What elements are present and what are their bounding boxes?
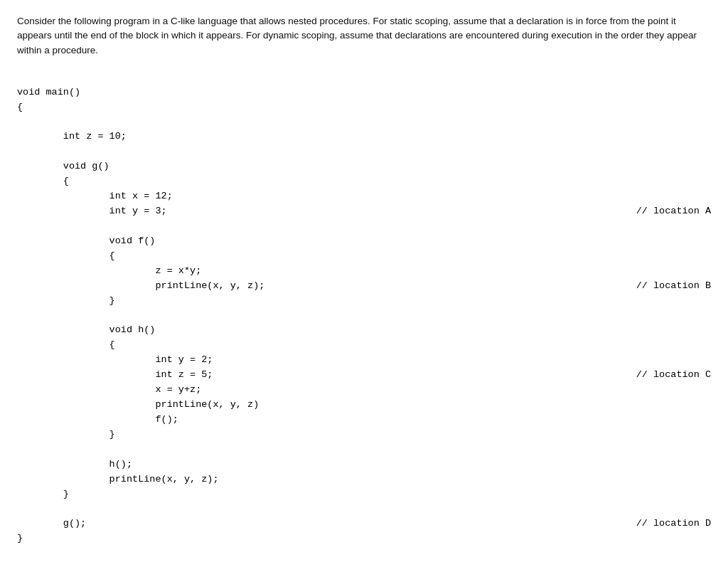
- code-line: void f(): [17, 234, 711, 249]
- code-text: printLine(x, y, z);: [17, 279, 264, 294]
- code-block: void main(){ int z = 10; void g() { int …: [17, 70, 711, 547]
- code-text: [17, 443, 109, 457]
- code-line: z = x*y;: [17, 264, 711, 279]
- code-text: {: [17, 338, 115, 353]
- code-line: [17, 502, 711, 517]
- code-line: int z = 5;// location C: [17, 368, 711, 383]
- code-text: g();: [17, 517, 86, 531]
- code-text: [17, 309, 109, 324]
- code-line: }: [17, 487, 711, 502]
- code-line: f();: [17, 413, 711, 428]
- code-line: [17, 115, 711, 130]
- code-line: void g(): [17, 159, 711, 174]
- code-line: void main(): [17, 85, 711, 100]
- code-text: int y = 2;: [17, 353, 213, 368]
- code-text: [17, 502, 63, 517]
- code-line: [17, 144, 711, 159]
- code-text: {: [17, 174, 69, 189]
- code-line: [17, 443, 711, 457]
- code-text: int z = 5;: [17, 368, 213, 383]
- code-line: [17, 309, 711, 324]
- code-text: [17, 115, 63, 130]
- code-line: {: [17, 249, 711, 264]
- code-text: printLine(x, y, z): [17, 398, 259, 413]
- code-line: void h(): [17, 323, 711, 338]
- code-text: }: [17, 428, 115, 443]
- code-line: g();// location D: [17, 517, 711, 531]
- code-line: {: [17, 174, 711, 189]
- code-line: {: [17, 100, 711, 115]
- code-line: printLine(x, y, z);// location B: [17, 279, 711, 294]
- code-line: }: [17, 531, 711, 546]
- code-text: [17, 219, 109, 234]
- code-comment: // location A: [636, 204, 711, 219]
- code-line: }: [17, 428, 711, 443]
- code-text: f();: [17, 413, 178, 428]
- code-text: printLine(x, y, z);: [17, 472, 219, 487]
- code-text: }: [17, 294, 115, 309]
- code-line: [17, 219, 711, 234]
- code-text: int z = 10;: [17, 129, 127, 144]
- code-text: int y = 3;: [17, 204, 167, 219]
- code-text: void main(): [17, 85, 80, 100]
- code-comment: // location C: [636, 368, 711, 383]
- code-comment: // location B: [636, 279, 711, 294]
- description-text: Consider the following program in a C-li…: [17, 14, 711, 58]
- code-text: void g(): [17, 159, 109, 174]
- code-line: int x = 12;: [17, 189, 711, 204]
- code-line: printLine(x, y, z): [17, 398, 711, 413]
- code-text: {: [17, 249, 115, 264]
- code-text: int x = 12;: [17, 189, 173, 204]
- code-line: int y = 3;// location A: [17, 204, 711, 219]
- code-text: void h(): [17, 323, 155, 338]
- code-line: int z = 10;: [17, 129, 711, 144]
- code-line: h();: [17, 457, 711, 472]
- code-comment: // location D: [636, 517, 711, 531]
- code-line: }: [17, 294, 711, 309]
- code-text: {: [17, 100, 23, 115]
- code-text: z = x*y;: [17, 264, 201, 279]
- code-text: }: [17, 531, 23, 546]
- code-line: x = y+z;: [17, 383, 711, 398]
- code-line: printLine(x, y, z);: [17, 472, 711, 487]
- code-text: void f(): [17, 234, 155, 249]
- code-text: }: [17, 487, 69, 502]
- code-line: int y = 2;: [17, 353, 711, 368]
- code-text: x = y+z;: [17, 383, 201, 398]
- code-text: h();: [17, 457, 132, 472]
- code-text: [17, 144, 63, 159]
- code-line: {: [17, 338, 711, 353]
